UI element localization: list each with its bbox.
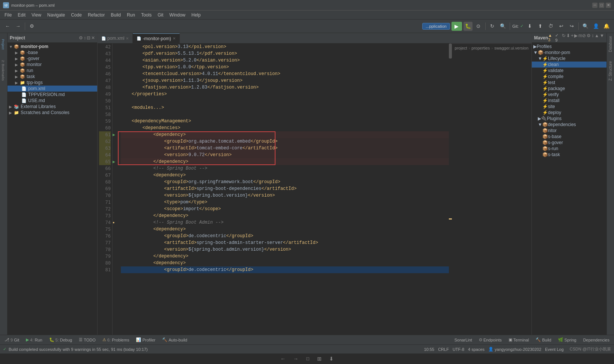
status-user[interactable]: 👤 yangyongzhuo-20230202 bbox=[488, 346, 541, 352]
maven-refresh-btn[interactable]: ↻ bbox=[562, 33, 566, 42]
user-btn[interactable]: 👤 bbox=[591, 22, 600, 31]
minimize-btn[interactable]: ─ bbox=[592, 3, 597, 8]
editor-scrollbar[interactable] bbox=[449, 44, 452, 335]
tab-debug[interactable]: 🐛 5: Debug bbox=[46, 337, 75, 343]
forward-btn[interactable]: → bbox=[14, 22, 23, 31]
tab-problems[interactable]: ⚠ 6: Problems bbox=[99, 337, 132, 343]
status-encoding[interactable]: UTF-8 bbox=[453, 346, 464, 352]
status-line-ending[interactable]: CRLF bbox=[438, 346, 449, 352]
maven-dep-nitor[interactable]: 📦 nitor bbox=[532, 128, 606, 134]
nav-download-btn[interactable]: ⬇ bbox=[329, 356, 334, 362]
tab-profiler[interactable]: 📊 Profiler bbox=[133, 337, 158, 343]
maven-validate[interactable]: ⚡ validate bbox=[532, 68, 606, 74]
git-push-btn[interactable]: ⬆ bbox=[536, 22, 545, 31]
run-button[interactable]: ▶ bbox=[451, 22, 462, 31]
menu-refactor[interactable]: Refactor bbox=[85, 12, 108, 18]
maven-run-btn[interactable]: ▶ bbox=[574, 33, 578, 42]
maven-lifecycle[interactable]: ▼ ⚡ Lifecycle bbox=[532, 56, 606, 62]
menu-help[interactable]: Help bbox=[188, 12, 204, 18]
status-event-log[interactable]: Event Log bbox=[545, 346, 564, 352]
structure-tab[interactable]: Z: Structure bbox=[607, 58, 614, 84]
tree-item-ext-libs[interactable]: ▶ 📚 External Libraries bbox=[8, 104, 97, 110]
tree-item-run[interactable]: ▶ 📦 run bbox=[8, 68, 97, 74]
breadcrumb-swagger[interactable]: swagger.ui.version bbox=[494, 46, 528, 50]
tab-sonarlint[interactable]: SonarLint bbox=[451, 337, 475, 343]
tab-dependencies[interactable]: Dependencies bbox=[580, 337, 612, 343]
sidebar-icon-project[interactable]: Project bbox=[0, 33, 6, 56]
project-close-btn[interactable]: ✕ bbox=[91, 35, 95, 41]
tree-item-monitor[interactable]: ▶ 📦 monitor bbox=[8, 62, 97, 68]
debug-btn[interactable]: 🐛 bbox=[464, 22, 473, 31]
profile-btn[interactable]: ⊙ bbox=[474, 22, 483, 31]
tab-git[interactable]: ⎇ 9 Git bbox=[2, 337, 22, 343]
maven-dep-stask[interactable]: 📦 s-task bbox=[532, 152, 606, 158]
git-history-btn[interactable]: ⏱ bbox=[546, 22, 555, 31]
maven-dep-sgover[interactable]: 📦 s-gover bbox=[532, 140, 606, 146]
search-btn[interactable]: 🔍 bbox=[498, 22, 507, 31]
menu-git[interactable]: Git bbox=[155, 12, 166, 18]
status-indent[interactable]: 4 spaces bbox=[468, 346, 485, 352]
tree-item-gover[interactable]: ▶ 📦 -gover bbox=[8, 56, 97, 62]
tree-item-monitor-pom[interactable]: ▼ 📦 monitor-pom bbox=[8, 44, 97, 50]
maven-install[interactable]: ⚡ install bbox=[532, 98, 606, 104]
tree-item-base[interactable]: ▶ 📦 -base bbox=[8, 50, 97, 56]
maven-site[interactable]: ⚡ site bbox=[532, 104, 606, 110]
maven-clean[interactable]: ⚡ clean bbox=[532, 62, 606, 68]
status-time[interactable]: 10:55 bbox=[424, 346, 435, 352]
tab-close-pom[interactable]: ✕ bbox=[126, 36, 129, 41]
maven-up-btn[interactable]: ▲ bbox=[594, 33, 599, 42]
maven-download-btn[interactable]: ⬇ bbox=[566, 33, 570, 42]
database-tab[interactable]: Database bbox=[607, 33, 614, 55]
nav-bookmark-btn[interactable]: ⊞ bbox=[317, 356, 322, 362]
tab-monitor-pom[interactable]: 📄 -monitor-pom) ✕ bbox=[133, 33, 179, 43]
maven-compile[interactable]: ⚡ compile bbox=[532, 74, 606, 80]
maven-monitor-pom[interactable]: ▼ 📦 -monitor-pom bbox=[532, 50, 606, 56]
git-redo-btn[interactable]: ↪ bbox=[567, 22, 576, 31]
back-btn[interactable]: ← bbox=[3, 22, 12, 31]
run-config-selector[interactable]: ...pplication bbox=[422, 23, 450, 30]
project-settings-btn[interactable]: ⚙ bbox=[79, 35, 83, 41]
menu-file[interactable]: File bbox=[2, 12, 15, 18]
update-btn[interactable]: ↻ bbox=[488, 22, 497, 31]
tree-item-tppversion[interactable]: 📄 TPPVERSION.md bbox=[8, 92, 97, 98]
tree-item-usemd[interactable]: 📄 USE.md bbox=[8, 98, 97, 104]
find-btn[interactable]: 🔍 bbox=[581, 22, 590, 31]
nav-page-indicator[interactable]: ⊡ bbox=[306, 356, 310, 361]
maven-add-btn[interactable]: + bbox=[571, 33, 573, 42]
menu-build[interactable]: Build bbox=[108, 12, 124, 18]
notifications-btn[interactable]: 🔔 bbox=[602, 22, 611, 31]
tab-spring[interactable]: 🌿 Spring bbox=[555, 337, 579, 343]
maven-package[interactable]: ⚡ package bbox=[532, 86, 606, 92]
sidebar-icon-bookmarks[interactable]: 2: Bookmarks bbox=[0, 56, 6, 86]
menu-edit[interactable]: Edit bbox=[15, 12, 29, 18]
tab-close-monitor[interactable]: ✕ bbox=[173, 36, 176, 41]
menu-run[interactable]: Run bbox=[124, 12, 138, 18]
maven-down-btn[interactable]: ▼ bbox=[600, 33, 604, 42]
git-fetch-btn[interactable]: ⬇ bbox=[525, 22, 534, 31]
menu-code[interactable]: Code bbox=[68, 12, 85, 18]
maven-dep-sbase[interactable]: 📦 s-base bbox=[532, 134, 606, 140]
scrollbar-thumb[interactable] bbox=[449, 44, 452, 59]
tab-run[interactable]: ▶ 4: Run bbox=[23, 337, 45, 343]
maven-profiles[interactable]: ▶ Profiles bbox=[532, 44, 606, 50]
maximize-btn[interactable]: □ bbox=[599, 3, 604, 8]
project-sort-btn[interactable]: ↕ bbox=[84, 35, 86, 41]
maven-dependencies-section[interactable]: ▼ 📦 dependencies bbox=[532, 122, 606, 128]
tree-item-pom-xml[interactable]: 📄 pom.xml bbox=[8, 86, 97, 92]
breadcrumb-project[interactable]: project bbox=[455, 46, 467, 50]
maven-skip-btn[interactable]: m⊘ bbox=[578, 33, 586, 42]
close-btn[interactable]: ✕ bbox=[606, 3, 611, 8]
tab-pom-xml[interactable]: 📄 pom.xml ✕ bbox=[98, 33, 133, 43]
tab-build[interactable]: 🔨 Build bbox=[533, 337, 554, 343]
editor-content[interactable]: 42 43 44 45 46 47 48 49 50 51 58 59 60 6… bbox=[98, 44, 452, 335]
maven-settings-btn[interactable]: ⚙ bbox=[587, 33, 591, 42]
window-controls[interactable]: ─ □ ✕ bbox=[592, 3, 611, 8]
maven-expand-btn[interactable]: ↕ bbox=[591, 33, 594, 42]
git-undo-btn[interactable]: ↩ bbox=[557, 22, 566, 31]
menu-view[interactable]: View bbox=[29, 12, 44, 18]
breadcrumb-properties[interactable]: properties bbox=[471, 46, 490, 50]
project-collapse-btn[interactable]: ⊟ bbox=[87, 35, 90, 41]
menu-window[interactable]: Window bbox=[166, 12, 188, 18]
maven-test[interactable]: ⚡ test bbox=[532, 80, 606, 86]
nav-forward-btn[interactable]: → bbox=[293, 356, 298, 362]
